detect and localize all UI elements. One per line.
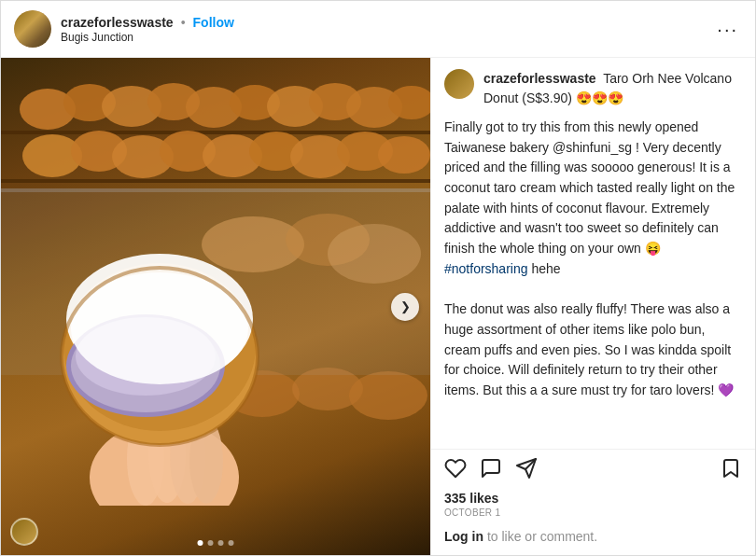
comment-button[interactable] (480, 457, 502, 480)
post-image-area: ❯ (1, 58, 430, 555)
dot-4 (229, 540, 234, 546)
hashtag-notforsharing[interactable]: #notforsharing (444, 261, 528, 276)
dot-2 (208, 540, 214, 546)
login-prompt: Log in to like or comment. (431, 521, 755, 555)
likes-count: 335 likes (444, 491, 742, 506)
content-inner: crazeforlesswaste Taro Orh Nee Volcano D… (431, 58, 755, 449)
header-info: crazeforlesswaste • Follow Bugis Junctio… (61, 15, 713, 44)
post-meta: 335 likes OCTOBER 1 (431, 487, 755, 521)
svg-rect-20 (1, 179, 430, 183)
comment-avatar[interactable] (444, 69, 474, 99)
login-suffix: to like or comment. (483, 529, 597, 544)
like-button[interactable] (444, 457, 467, 480)
image-dots-indicator (198, 540, 234, 546)
instagram-post: crazeforlesswaste • Follow Bugis Junctio… (0, 0, 756, 556)
dot-separator: • (181, 15, 186, 30)
next-image-button[interactable]: ❯ (391, 293, 419, 321)
svg-rect-28 (1, 188, 430, 192)
share-button[interactable] (515, 457, 538, 480)
caption-block: crazeforlesswaste Taro Orh Nee Volcano D… (483, 69, 742, 108)
avatar[interactable] (14, 10, 51, 48)
more-options-button[interactable]: ··· (713, 20, 742, 38)
post-body: ❯ crazeforlesswaste (1, 58, 755, 555)
username[interactable]: crazeforlesswaste (61, 15, 174, 30)
dot-3 (218, 540, 224, 546)
caption-username[interactable]: crazeforlesswaste (483, 71, 596, 86)
bookmark-button[interactable] (720, 457, 742, 480)
post-date: OCTOBER 1 (444, 507, 742, 518)
header-top-row: crazeforlesswaste • Follow (61, 15, 713, 30)
post-actions (431, 449, 755, 487)
bakery-scene-svg (1, 58, 430, 506)
follow-button[interactable]: Follow (193, 15, 234, 30)
bakery-background: ❯ (1, 58, 430, 555)
avatar-image (14, 10, 51, 48)
dot-1 (198, 540, 203, 546)
user-small-avatar[interactable] (10, 518, 38, 546)
caption-header: crazeforlesswaste Taro Orh Nee Volcano D… (444, 69, 742, 108)
svg-point-19 (378, 136, 430, 174)
svg-point-26 (349, 371, 427, 420)
login-link[interactable]: Log in (444, 529, 483, 544)
post-caption-body: Finally got to try this from this newly … (444, 118, 742, 401)
post-content: crazeforlesswaste Taro Orh Nee Volcano D… (430, 58, 755, 555)
location[interactable]: Bugis Junction (61, 31, 713, 44)
post-header: crazeforlesswaste • Follow Bugis Junctio… (1, 1, 755, 58)
